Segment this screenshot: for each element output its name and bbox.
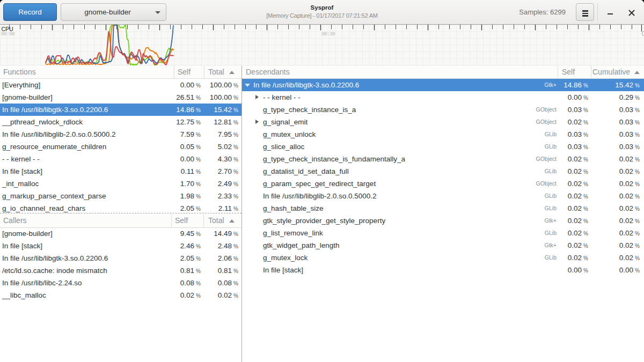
svg-text:00:00: 00:00: [1, 31, 15, 37]
svg-text:00:30: 00:30: [321, 31, 335, 37]
